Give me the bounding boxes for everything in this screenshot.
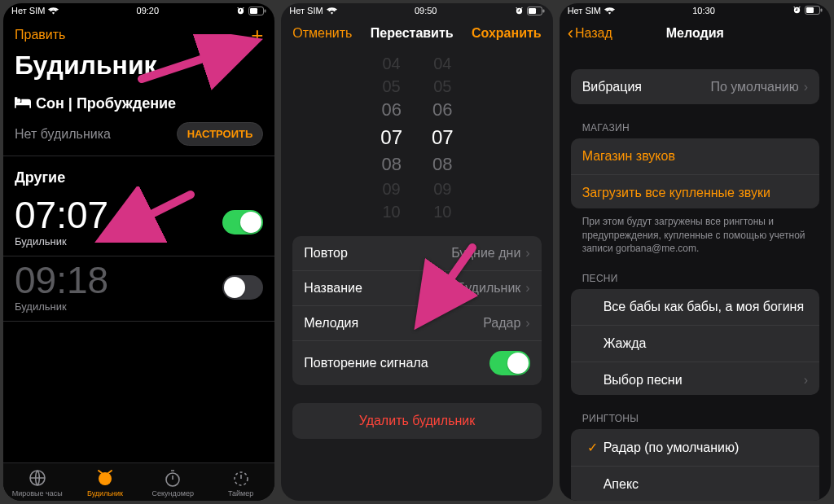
svg-rect-11 [806,7,814,13]
row-value: По умолчанию [710,80,798,94]
ringtone-name: Апекс [604,477,808,492]
vibration-group: Вибрация По умолчанию› [571,69,819,104]
modal-title: Переставить [371,26,454,41]
status-bar: Нет SIM 10:30 [560,3,831,18]
tab-label: Будильник [87,489,123,497]
name-row[interactable]: Название Будильник› [292,271,541,306]
svg-rect-1 [250,8,257,14]
alarm-status-icon [792,6,801,15]
snooze-row: Повторение сигнала [292,341,541,385]
ringtone-row[interactable]: Апекс [571,467,819,501]
download-purchased-row[interactable]: Загрузить все купленные звуки [571,175,819,209]
wifi-icon [604,7,615,15]
store-footer: При этом будут загружены все рингтоны и … [560,208,831,255]
chevron-right-icon: › [804,373,808,388]
picker-minutes[interactable]: 04 05 06 07 08 09 10 [432,52,454,223]
tab-stopwatch[interactable]: Секундомер [139,463,207,501]
row-value: Будильник [457,281,520,296]
carrier-label: Нет SIM [289,6,323,15]
battery-icon [805,6,823,15]
pick-song-row[interactable]: Выбор песни › [571,362,819,395]
tab-world-clock[interactable]: Мировые часы [3,463,71,501]
chevron-right-icon: › [525,316,529,331]
back-label: Назад [575,26,612,41]
chevron-right-icon: › [804,80,808,94]
song-title: Жажда [604,336,808,351]
row-label: Вибрация [582,80,711,94]
row-value: Будние дни [451,246,520,261]
alarm-label: Будильник [15,300,108,313]
alarm-toggle[interactable] [222,210,263,234]
store-header: МАГАЗИН [560,104,831,138]
alarm-time: 07:07 [15,196,108,234]
back-button[interactable]: ‹ Назад [568,24,612,42]
chevron-right-icon: › [525,246,529,261]
check-icon: ✓ [582,440,604,455]
songs-header: ПЕСНИ [560,255,831,289]
tab-timer[interactable]: Таймер [207,463,274,501]
bed-icon [15,95,31,112]
clock-label: 09:20 [137,6,160,15]
ringtone-name: Радар (по умолчанию) [604,440,808,455]
tone-store-row[interactable]: Магазин звуков [571,138,819,175]
snooze-toggle[interactable] [489,351,530,375]
svg-rect-9 [542,9,544,12]
no-alarm-label: Нет будильника [15,127,111,142]
store-group: Магазин звуков Загрузить все купленные з… [571,138,819,209]
time-picker[interactable]: 04 05 06 07 08 09 10 04 05 06 07 08 09 1… [281,49,552,236]
wifi-icon [327,7,337,15]
ringtones-group: ✓ Радар (по умолчанию) Апекс [571,429,819,501]
picker-hours[interactable]: 04 05 06 07 08 09 10 [380,52,402,223]
row-label: Повтор [304,246,348,261]
add-alarm-button[interactable]: + [251,24,263,46]
row-value: Радар [483,316,520,331]
clock-label: 10:30 [692,6,715,15]
edit-button[interactable]: Править [15,28,65,42]
ringtones-header: РИНГТОНЫ [560,395,831,429]
tab-label: Секундомер [152,489,194,497]
tab-bar: Мировые часы Будильник Секундомер Таймер [3,462,274,501]
svg-rect-12 [820,9,822,12]
status-bar: Нет SIM 09:20 [3,3,274,18]
clock-label: 09:50 [415,6,437,15]
songs-group: Все бабы как бабы, а моя богиня Жажда Вы… [571,289,819,395]
row-label: Магазин звуков [582,149,808,164]
row-label: Загрузить все купленные звуки [582,186,808,200]
alarm-label: Будильник [15,235,108,248]
ringtone-row[interactable]: ✓ Радар (по умолчанию) [571,429,819,467]
other-alarms-header: Другие [3,156,274,191]
alarm-status-icon [515,7,524,15]
sleep-section-header: Сон | Пробуждение [3,90,274,119]
song-row[interactable]: Все бабы как бабы, а моя богиня [571,289,819,326]
chevron-right-icon: › [525,281,529,296]
alarm-options-group: Повтор Будние дни› Название Будильник› М… [292,236,541,385]
screen-alarm-list: Нет SIM 09:20 Править + Будильник Сон | … [3,3,274,501]
row-label: Название [304,281,362,296]
alarm-row[interactable]: 09:18 Будильник [3,256,274,322]
screen-edit-alarm: Нет SIM 09:50 Отменить Переставить Сохра… [281,3,552,501]
repeat-row[interactable]: Повтор Будние дни› [292,236,541,271]
vibration-row[interactable]: Вибрация По умолчанию› [571,69,819,104]
chevron-left-icon: ‹ [568,24,573,42]
wifi-icon [48,7,59,15]
tab-label: Таймер [228,489,253,497]
delete-alarm-button[interactable]: Удалить будильник [292,403,541,439]
tab-label: Мировые часы [12,489,63,497]
row-label: Повторение сигнала [304,356,428,370]
tab-alarm[interactable]: Будильник [71,463,138,501]
cancel-button[interactable]: Отменить [292,26,352,41]
setup-sleep-button[interactable]: НАСТРОИТЬ [177,122,264,146]
status-bar: Нет SIM 09:50 [281,3,552,18]
screen-sound-picker: Нет SIM 10:30 ‹ Назад Мелодия Вибрация П… [560,3,831,501]
alarm-status-icon [236,7,245,15]
sound-row[interactable]: Мелодия Радар› [292,306,541,341]
song-row[interactable]: Жажда [571,326,819,362]
svg-rect-8 [529,8,536,14]
save-button[interactable]: Сохранить [472,26,542,41]
svg-rect-2 [265,9,266,12]
alarm-row[interactable]: 07:07 Будильник [3,191,274,256]
carrier-label: Нет SIM [568,6,601,15]
page-title: Будильник [3,49,274,90]
alarm-toggle[interactable] [222,275,263,300]
song-title: Все бабы как бабы, а моя богиня [604,300,808,314]
